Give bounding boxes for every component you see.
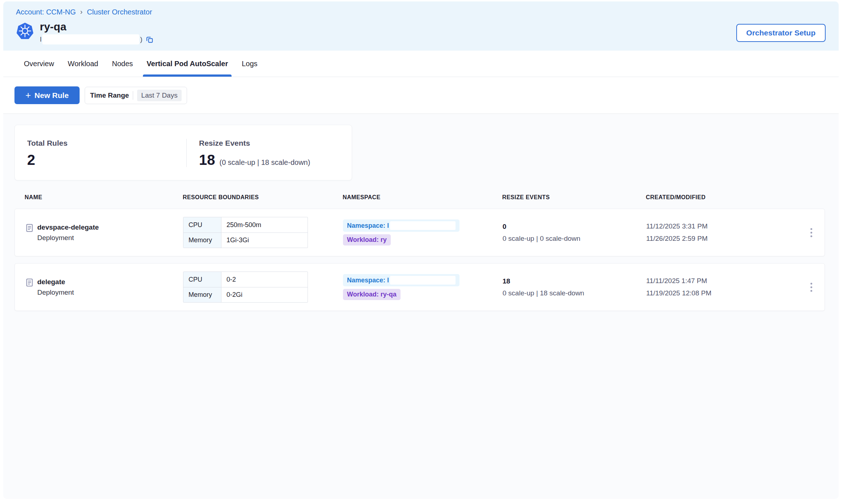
document-icon — [25, 278, 34, 287]
kebab-icon — [810, 228, 812, 230]
page: Account: CCM-NG › Cluster Orchestrator — [0, 0, 843, 504]
breadcrumb-cluster-orchestrator-link[interactable]: Cluster Orchestrator — [87, 8, 152, 16]
modified-date: 11/19/2025 12:08 PM — [646, 287, 798, 299]
cluster-id-suffix: ) — [140, 35, 142, 43]
tab-workload[interactable]: Workload — [68, 51, 98, 77]
copy-icon — [145, 35, 154, 44]
created-date: 11/12/2025 3:31 PM — [646, 220, 798, 232]
resize-detail: 0 scale-up | 0 scale-down — [503, 235, 646, 243]
namespace-redacted — [390, 221, 456, 230]
column-header-namespace: NAMESPACE — [343, 194, 502, 201]
namespace-text: Namespace: l — [347, 222, 389, 230]
time-range-label: Time Range — [90, 91, 129, 99]
tabs-bar: Overview Workload Nodes Vertical Pod Aut… — [3, 51, 839, 77]
orchestrator-setup-button[interactable]: Orchestrator Setup — [736, 24, 826, 42]
total-rules-section: Total Rules 2 — [27, 139, 186, 167]
resource-boundaries-cell: CPU 0-2 Memory 0-2Gi — [183, 272, 343, 303]
namespace-redacted — [390, 276, 456, 285]
rule-name-cell: delegate Deployment — [25, 278, 183, 296]
copy-button[interactable] — [145, 35, 154, 44]
app-panel: Account: CCM-NG › Cluster Orchestrator — [3, 1, 839, 499]
column-header-created-modified: CREATED/MODIFIED — [646, 194, 798, 201]
resize-events-detail: (0 scale-up | 18 scale-down) — [220, 158, 310, 167]
rule-name: devspace-delegate — [37, 223, 99, 232]
resize-detail: 0 scale-up | 18 scale-down — [503, 289, 646, 297]
cluster-id-prefix: I — [40, 35, 42, 43]
kebab-icon — [810, 283, 812, 285]
created-modified-cell: 11/11/2025 1:47 PM 11/19/2025 12:08 PM — [646, 275, 798, 299]
workload-badge: Workload: ry — [343, 234, 391, 245]
chevron-right-icon: › — [80, 8, 83, 16]
namespace-badge: Namespace: l — [343, 274, 459, 286]
namespace-cell: Namespace: l Workload: ry-qa — [343, 274, 503, 300]
cluster-id-redacted — [42, 34, 139, 44]
time-range-selector[interactable]: Time Range Last 7 Days — [85, 87, 187, 104]
tab-logs[interactable]: Logs — [242, 51, 257, 77]
tab-nodes[interactable]: Nodes — [112, 51, 133, 77]
column-header-resource-boundaries: RESOURCE BOUNDARIES — [183, 194, 343, 201]
title-row: ry-qa I ) Orchestrator Setup — [16, 21, 826, 45]
tab-overview[interactable]: Overview — [24, 51, 54, 77]
summary-divider — [186, 139, 187, 167]
row-menu-button[interactable] — [805, 224, 818, 241]
resize-events-cell: 18 0 scale-up | 18 scale-down — [503, 277, 646, 297]
table-header: NAME RESOURCE BOUNDARIES NAMESPACE RESIZ… — [14, 194, 825, 201]
tab-vertical-pod-autoscaler[interactable]: Vertical Pod AutoScaler — [147, 51, 228, 77]
cluster-header: Account: CCM-NG › Cluster Orchestrator — [3, 1, 839, 51]
time-range-divider — [133, 91, 133, 100]
document-icon — [25, 223, 34, 232]
kubernetes-icon — [16, 22, 34, 40]
column-header-resize-events: RESIZE EVENTS — [502, 194, 646, 201]
created-modified-cell: 11/12/2025 3:31 PM 11/26/2025 2:59 PM — [646, 220, 798, 245]
namespace-cell: Namespace: l Workload: ry — [343, 219, 503, 245]
new-rule-button[interactable]: + New Rule — [14, 86, 80, 104]
page-title: ry-qa — [40, 21, 154, 33]
breadcrumb: Account: CCM-NG › Cluster Orchestrator — [16, 8, 826, 16]
cpu-range: 0-2 — [221, 272, 308, 287]
created-date: 11/11/2025 1:47 PM — [646, 275, 798, 287]
memory-label: Memory — [183, 233, 221, 248]
plus-icon: + — [25, 91, 31, 99]
cpu-range: 250m-500m — [221, 217, 308, 232]
resize-events-value: 18 — [199, 153, 215, 167]
content-area: Total Rules 2 Resize Events 18 (0 scale-… — [3, 114, 839, 499]
resize-total: 18 — [503, 277, 646, 285]
resize-events-cell: 0 0 scale-up | 0 scale-down — [503, 223, 646, 243]
cpu-label: CPU — [183, 272, 221, 287]
workload-kind: Deployment — [37, 234, 99, 242]
column-header-name: NAME — [25, 194, 183, 201]
memory-label: Memory — [183, 287, 221, 302]
title-block: ry-qa I ) — [40, 21, 154, 45]
rule-name-cell: devspace-delegate Deployment — [25, 223, 183, 242]
namespace-text: Namespace: l — [347, 277, 389, 284]
resource-boundaries-cell: CPU 250m-500m Memory 1Gi-3Gi — [183, 217, 343, 248]
modified-date: 11/26/2025 2:59 PM — [646, 232, 798, 245]
toolbar: + New Rule Time Range Last 7 Days — [3, 77, 839, 114]
rule-name: delegate — [37, 278, 74, 286]
new-rule-label: New Rule — [34, 91, 69, 100]
breadcrumb-account-link[interactable]: Account: CCM-NG — [16, 8, 76, 16]
table-row[interactable]: devspace-delegate Deployment CPU 250m-50… — [14, 209, 825, 256]
resize-events-label: Resize Events — [199, 139, 310, 148]
summary-card: Total Rules 2 Resize Events 18 (0 scale-… — [14, 125, 352, 180]
cpu-label: CPU — [183, 217, 221, 232]
total-rules-label: Total Rules — [27, 139, 186, 148]
memory-range: 1Gi-3Gi — [221, 233, 308, 248]
row-menu-button[interactable] — [805, 278, 818, 296]
time-range-value: Last 7 Days — [137, 90, 181, 101]
table-row[interactable]: delegate Deployment CPU 0-2 Memory — [14, 263, 825, 311]
rules-list: devspace-delegate Deployment CPU 250m-50… — [14, 209, 839, 311]
workload-badge: Workload: ry-qa — [343, 289, 401, 300]
namespace-badge: Namespace: l — [343, 219, 459, 232]
memory-range: 0-2Gi — [221, 287, 308, 302]
workload-kind: Deployment — [37, 289, 74, 296]
total-rules-value: 2 — [27, 153, 35, 167]
cluster-id-row: I ) — [40, 34, 154, 45]
resize-events-section: Resize Events 18 (0 scale-up | 18 scale-… — [199, 139, 310, 167]
resize-total: 0 — [503, 223, 646, 231]
